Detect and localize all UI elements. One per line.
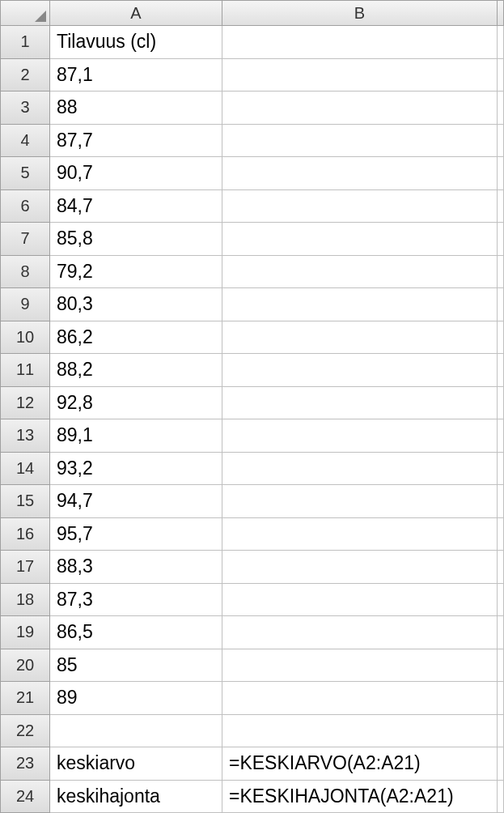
cell-a11[interactable]: 88,2 <box>50 354 222 387</box>
cell-b12[interactable] <box>222 387 498 420</box>
cell-a24[interactable]: keskihajonta <box>50 781 222 814</box>
cell-edge <box>498 649 504 683</box>
row-header[interactable]: 15 <box>0 485 50 518</box>
row-header[interactable]: 14 <box>0 453 50 486</box>
row-header[interactable]: 22 <box>0 715 50 748</box>
cell-edge <box>498 485 504 518</box>
cell-b11[interactable] <box>222 354 498 387</box>
row-header[interactable]: 11 <box>0 354 50 387</box>
spreadsheet-grid[interactable]: A B 1 Tilavuus (cl) 2 87,1 3 88 4 87,7 5… <box>0 0 504 813</box>
cell-b18[interactable] <box>222 584 498 617</box>
cell-a7[interactable]: 85,8 <box>50 223 222 256</box>
cell-edge <box>498 354 504 387</box>
row-header[interactable]: 3 <box>0 92 50 125</box>
cell-a3[interactable]: 88 <box>50 92 222 125</box>
cell-b19[interactable] <box>222 616 498 649</box>
cell-a15[interactable]: 94,7 <box>50 485 222 518</box>
row-header[interactable]: 18 <box>0 584 50 617</box>
cell-b20[interactable] <box>222 649 498 683</box>
cell-a20[interactable]: 85 <box>50 649 222 683</box>
cell-edge <box>498 321 504 355</box>
cell-a23[interactable]: keskiarvo <box>50 747 222 781</box>
cell-edge <box>498 256 504 289</box>
cell-b4[interactable] <box>222 125 498 158</box>
cell-edge <box>498 59 504 92</box>
cell-b17[interactable] <box>222 551 498 584</box>
cell-a4[interactable]: 87,7 <box>50 125 222 158</box>
cell-edge <box>498 551 504 584</box>
cell-a19[interactable]: 86,5 <box>50 616 222 649</box>
row-header[interactable]: 6 <box>0 190 50 223</box>
row-header[interactable]: 1 <box>0 26 50 59</box>
row-header[interactable]: 9 <box>0 288 50 321</box>
cell-a1[interactable]: Tilavuus (cl) <box>50 26 222 59</box>
cell-a10[interactable]: 86,2 <box>50 321 222 355</box>
cell-a2[interactable]: 87,1 <box>50 59 222 92</box>
cell-b1[interactable] <box>222 26 498 59</box>
cell-edge <box>498 288 504 321</box>
cell-b7[interactable] <box>222 223 498 256</box>
cell-a16[interactable]: 95,7 <box>50 518 222 551</box>
cell-edge <box>498 92 504 125</box>
cell-b13[interactable] <box>222 419 498 453</box>
cell-b10[interactable] <box>222 321 498 355</box>
cell-edge <box>498 584 504 617</box>
column-header-a[interactable]: A <box>50 0 222 26</box>
cell-b24[interactable]: =KESKIHAJONTA(A2:A21) <box>222 781 498 814</box>
cell-edge <box>498 518 504 551</box>
cell-b22[interactable] <box>222 715 498 748</box>
cell-b5[interactable] <box>222 157 498 190</box>
row-header[interactable]: 8 <box>0 256 50 289</box>
row-header[interactable]: 19 <box>0 616 50 649</box>
cell-edge <box>498 419 504 453</box>
cell-a8[interactable]: 79,2 <box>50 256 222 289</box>
column-header-edge <box>498 0 504 26</box>
row-header[interactable]: 7 <box>0 223 50 256</box>
cell-edge <box>498 453 504 486</box>
cell-b8[interactable] <box>222 256 498 289</box>
cell-b14[interactable] <box>222 453 498 486</box>
row-header[interactable]: 12 <box>0 387 50 420</box>
row-header[interactable]: 10 <box>0 321 50 355</box>
cell-a18[interactable]: 87,3 <box>50 584 222 617</box>
cell-a21[interactable]: 89 <box>50 682 222 715</box>
cell-a13[interactable]: 89,1 <box>50 419 222 453</box>
cell-edge <box>498 125 504 158</box>
row-header[interactable]: 2 <box>0 59 50 92</box>
row-header[interactable]: 4 <box>0 125 50 158</box>
select-all-corner[interactable] <box>0 0 50 26</box>
row-header[interactable]: 23 <box>0 747 50 781</box>
cell-b9[interactable] <box>222 288 498 321</box>
cell-b21[interactable] <box>222 682 498 715</box>
cell-a12[interactable]: 92,8 <box>50 387 222 420</box>
cell-a9[interactable]: 80,3 <box>50 288 222 321</box>
row-header[interactable]: 17 <box>0 551 50 584</box>
cell-b3[interactable] <box>222 92 498 125</box>
cell-a22[interactable] <box>50 715 222 748</box>
cell-a14[interactable]: 93,2 <box>50 453 222 486</box>
cell-edge <box>498 190 504 223</box>
cell-edge <box>498 616 504 649</box>
cell-edge <box>498 157 504 190</box>
cell-a6[interactable]: 84,7 <box>50 190 222 223</box>
cell-edge <box>498 26 504 59</box>
cell-b2[interactable] <box>222 59 498 92</box>
cell-edge <box>498 223 504 256</box>
cell-a5[interactable]: 90,7 <box>50 157 222 190</box>
cell-edge <box>498 387 504 420</box>
cell-b6[interactable] <box>222 190 498 223</box>
cell-edge <box>498 781 504 814</box>
row-header[interactable]: 21 <box>0 682 50 715</box>
column-header-b[interactable]: B <box>222 0 498 26</box>
cell-a17[interactable]: 88,3 <box>50 551 222 584</box>
cell-edge <box>498 747 504 781</box>
row-header[interactable]: 20 <box>0 649 50 683</box>
cell-b23[interactable]: =KESKIARVO(A2:A21) <box>222 747 498 781</box>
row-header[interactable]: 5 <box>0 157 50 190</box>
row-header[interactable]: 24 <box>0 781 50 814</box>
cell-edge <box>498 682 504 715</box>
cell-b15[interactable] <box>222 485 498 518</box>
row-header[interactable]: 16 <box>0 518 50 551</box>
cell-b16[interactable] <box>222 518 498 551</box>
row-header[interactable]: 13 <box>0 419 50 453</box>
